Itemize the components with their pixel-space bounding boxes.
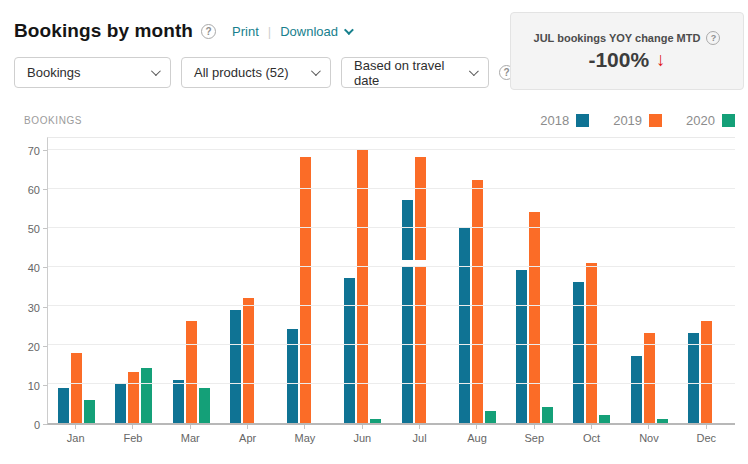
bar-group-apr [220, 149, 277, 423]
bar-2018-dec[interactable] [688, 333, 699, 423]
x-axis-cell: Mar [162, 425, 219, 444]
grid-line [48, 227, 735, 228]
print-button[interactable]: Print [232, 24, 259, 39]
yoy-change-panel: JUL bookings YOY change MTD ? -100% ↓ [510, 12, 744, 90]
bar-2018-jul[interactable] [402, 200, 413, 423]
bar-cluster [459, 149, 496, 423]
grid-line [48, 149, 735, 150]
title-help-icon[interactable]: ? [201, 24, 216, 39]
y-axis-title: BOOKINGS [24, 115, 82, 126]
bar-2018-feb[interactable] [115, 384, 126, 423]
plot-wrap: 010203040506070 [0, 137, 748, 425]
grid-line [48, 305, 735, 306]
x-axis-tick-label: Jul [391, 432, 448, 444]
bar-2020-nov[interactable] [657, 419, 668, 423]
legend-swatch-2019 [649, 114, 662, 127]
x-axis-tick [132, 425, 133, 429]
bar-cluster [573, 149, 610, 423]
x-axis-tick [304, 425, 305, 429]
bar-break-marker [402, 260, 426, 266]
bar-2019-feb[interactable] [128, 372, 139, 423]
y-axis-tick-label: 40 [0, 262, 40, 274]
x-axis-cell: Aug [448, 425, 505, 444]
bar-2018-nov[interactable] [631, 356, 642, 423]
filter-bar: Bookings All products (52) Based on trav… [14, 57, 514, 88]
x-axis-tick [534, 425, 535, 429]
y-axis-tick-label: 0 [0, 419, 40, 431]
bar-group-feb [105, 149, 162, 423]
bar-2018-aug[interactable] [459, 227, 470, 423]
y-axis-tick [43, 150, 47, 151]
bar-2019-aug[interactable] [472, 180, 483, 423]
grid-line [48, 266, 735, 267]
bar-2018-apr[interactable] [230, 310, 241, 424]
page-title: Bookings by month [14, 20, 193, 42]
x-axis-tick [706, 425, 707, 429]
y-axis-tick-label: 20 [0, 341, 40, 353]
bar-2019-jun[interactable] [357, 149, 368, 423]
date-basis-dropdown-value: Based on travel date [354, 58, 469, 88]
legend-label: 2018 [540, 113, 569, 128]
bar-2019-sep[interactable] [529, 212, 540, 423]
products-dropdown[interactable]: All products (52) [181, 57, 331, 88]
bar-2019-mar[interactable] [186, 321, 197, 423]
x-axis-tick-label: Jun [334, 432, 391, 444]
bar-group-sep [506, 149, 563, 423]
bar-2019-oct[interactable] [586, 263, 597, 423]
download-label: Download [280, 24, 338, 39]
bar-2018-oct[interactable] [573, 282, 584, 423]
bar-cluster [631, 149, 668, 423]
bar-2019-apr[interactable] [243, 298, 254, 423]
bar-2019-dec[interactable] [701, 321, 712, 423]
bar-2020-sep[interactable] [542, 407, 553, 423]
bar-2018-may[interactable] [287, 329, 298, 423]
y-axis-tick [43, 346, 47, 347]
bar-2020-oct[interactable] [599, 415, 610, 423]
x-axis-tick-label: Aug [448, 432, 505, 444]
bar-2020-jan[interactable] [84, 400, 95, 423]
bar-2018-sep[interactable] [516, 270, 527, 423]
bar-cluster [287, 149, 324, 423]
legend-item-2020[interactable]: 2020 [686, 113, 735, 128]
x-axis-tick-label: Apr [219, 432, 276, 444]
x-axis-cell: Sep [506, 425, 563, 444]
bar-2020-feb[interactable] [141, 368, 152, 423]
download-button[interactable]: Download [280, 24, 351, 39]
legend-item-2019[interactable]: 2019 [613, 113, 662, 128]
y-axis-tick-label: 70 [0, 145, 40, 157]
bar-2018-jun[interactable] [344, 278, 355, 423]
bar-cluster [115, 149, 152, 423]
x-axis-tick-label: Dec [678, 432, 735, 444]
y-axis-tick [43, 189, 47, 190]
date-basis-dropdown[interactable]: Based on travel date [341, 57, 489, 88]
x-axis-tick-label: Feb [104, 432, 161, 444]
action-separator: | [268, 24, 271, 39]
bar-group-may [277, 149, 334, 423]
bar-2020-aug[interactable] [485, 411, 496, 423]
bar-2020-jun[interactable] [370, 419, 381, 423]
x-axis-tick [648, 425, 649, 429]
bar-groups [48, 149, 735, 423]
x-axis-tick [419, 425, 420, 429]
bar-2018-mar[interactable] [173, 380, 184, 423]
bar-group-oct [563, 149, 620, 423]
yoy-help-icon[interactable]: ? [706, 31, 720, 45]
chart-actions: Print | Download [232, 24, 351, 39]
y-axis-tick-label: 50 [0, 223, 40, 235]
x-axis-tick [247, 425, 248, 429]
metric-dropdown[interactable]: Bookings [14, 57, 171, 88]
legend-item-2018[interactable]: 2018 [540, 113, 589, 128]
x-axis-tick-label: May [276, 432, 333, 444]
bar-2019-nov[interactable] [644, 333, 655, 423]
y-axis-tick [43, 307, 47, 308]
bar-group-jun [334, 149, 391, 423]
x-axis-cell: Nov [620, 425, 677, 444]
legend-swatch-2020 [722, 114, 735, 127]
bar-2018-jan[interactable] [58, 388, 69, 423]
x-axis-cell: Dec [678, 425, 735, 444]
bar-2020-mar[interactable] [199, 388, 210, 423]
bar-cluster [402, 149, 439, 423]
x-axis-labels: JanFebMarAprMayJunJulAugSepOctNovDec [47, 425, 735, 444]
bar-2019-jan[interactable] [71, 353, 82, 423]
x-axis-cell: Jun [334, 425, 391, 444]
